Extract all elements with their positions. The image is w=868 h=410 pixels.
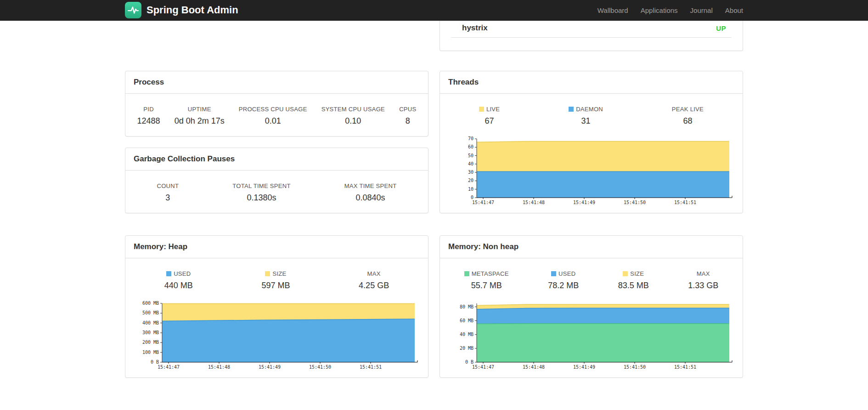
svg-text:15:41:48: 15:41:48 (523, 200, 545, 205)
memory-heap-panel: Memory: Heap USED 440 MB SIZE (125, 235, 428, 378)
process-panel-title: Process (125, 71, 428, 94)
heap-legend: USED 440 MB SIZE 597 MB MAX 4.25 GB (125, 258, 428, 301)
svg-text:600 MB: 600 MB (142, 301, 159, 306)
daemon-swatch-icon (569, 107, 574, 112)
legend-heap-max-label: MAX (367, 270, 381, 277)
legend-nonheap-size-label: SIZE (630, 270, 644, 277)
svg-text:70: 70 (468, 136, 473, 141)
legend-nonheap-max: MAX 1.33 GB (688, 270, 718, 290)
svg-text:15:41:47: 15:41:47 (472, 364, 494, 370)
threads-panel-title: Threads (440, 71, 743, 94)
gc-panel: Garbage Collection Pauses COUNT 3 TOTAL … (125, 148, 428, 213)
svg-text:20 MB: 20 MB (460, 346, 473, 351)
nav-item-applications[interactable]: Applications (641, 6, 678, 14)
legend-peak-live-value: 68 (672, 116, 704, 126)
memory-nonheap-chart: 0 B20 MB40 MB60 MB80 MB15:41:4715:41:481… (440, 301, 743, 370)
legend-heap-size-label: SIZE (272, 270, 286, 277)
svg-text:15:41:49: 15:41:49 (259, 364, 281, 370)
svg-text:15:41:49: 15:41:49 (573, 200, 595, 205)
brand-link[interactable]: Spring Boot Admin (125, 2, 238, 18)
legend-heap-max: MAX 4.25 GB (359, 270, 389, 290)
legend-daemon: DAEMON 31 (569, 106, 603, 126)
status-badge: UP (716, 24, 726, 32)
stat-cpus-value: 8 (399, 116, 416, 126)
process-stats: PID 12488 UPTIME 0d 0h 2m 17s PROCESS CP… (125, 94, 428, 136)
nonheap-used-swatch-icon (551, 271, 556, 276)
stat-gc-total-value: 0.1380s (232, 193, 290, 203)
svg-text:15:41:51: 15:41:51 (674, 200, 696, 205)
svg-text:100 MB: 100 MB (142, 350, 159, 355)
legend-live-value: 67 (479, 116, 500, 126)
gc-panel-title: Garbage Collection Pauses (125, 148, 428, 171)
stat-process-cpu-value: 0.01 (239, 116, 307, 126)
svg-text:30: 30 (468, 170, 473, 175)
svg-text:15:41:47: 15:41:47 (472, 200, 494, 205)
legend-nonheap-size-value: 83.5 MB (618, 281, 649, 290)
svg-text:300 MB: 300 MB (142, 330, 159, 335)
legend-nonheap-used-value: 78.2 MB (548, 281, 579, 290)
svg-text:60 MB: 60 MB (460, 318, 473, 323)
stat-pid-value: 12488 (137, 116, 160, 126)
stat-gc-count-value: 3 (157, 193, 179, 203)
svg-text:60: 60 (468, 144, 473, 149)
stat-cpus-label: CPUS (399, 106, 416, 113)
svg-text:15:41:50: 15:41:50 (309, 364, 331, 370)
stat-gc-max-label: MAX TIME SPENT (344, 182, 397, 189)
svg-text:40 MB: 40 MB (460, 332, 473, 337)
live-swatch-icon (479, 107, 484, 112)
legend-metaspace-value: 55.7 MB (464, 281, 509, 290)
stat-gc-total: TOTAL TIME SPENT 0.1380s (232, 182, 290, 203)
svg-text:80 MB: 80 MB (460, 304, 473, 309)
legend-heap-used-value: 440 MB (164, 281, 193, 290)
stat-pid-label: PID (143, 106, 154, 113)
stat-uptime-value: 0d 0h 2m 17s (175, 116, 225, 126)
memory-heap-panel-title: Memory: Heap (125, 236, 428, 258)
stat-gc-max: MAX TIME SPENT 0.0840s (344, 182, 397, 203)
stat-system-cpu-value: 0.10 (321, 116, 385, 126)
stat-gc-max-value: 0.0840s (344, 193, 397, 203)
memory-nonheap-panel-title: Memory: Non heap (440, 236, 743, 258)
stat-gc-count-label: COUNT (157, 182, 179, 189)
svg-text:15:41:50: 15:41:50 (624, 364, 646, 370)
legend-nonheap-max-value: 1.33 GB (688, 281, 718, 290)
main-nav: Wallboard Applications Journal About (597, 6, 743, 14)
legend-nonheap-size: SIZE 83.5 MB (618, 270, 649, 290)
stat-system-cpu-label: SYSTEM CPU USAGE (321, 106, 385, 113)
svg-text:0 B: 0 B (151, 359, 159, 364)
stat-system-cpu: SYSTEM CPU USAGE 0.10 (321, 106, 385, 126)
svg-text:15:41:51: 15:41:51 (360, 364, 382, 370)
nav-item-journal[interactable]: Journal (690, 6, 713, 14)
heap-used-swatch-icon (166, 271, 171, 276)
left-column-spacer (125, 21, 428, 51)
nonheap-legend: METASPACE 55.7 MB USED 78.2 MB (440, 258, 743, 301)
legend-daemon-value: 31 (569, 116, 603, 126)
application-row-hystrix[interactable]: hystrix UP (451, 21, 732, 38)
svg-text:15:41:49: 15:41:49 (573, 364, 595, 370)
threads-chart: 01020304050607015:41:4715:41:4815:41:491… (440, 136, 743, 206)
svg-text:10: 10 (468, 187, 473, 192)
gc-stats: COUNT 3 TOTAL TIME SPENT 0.1380s MAX TIM… (125, 171, 428, 213)
application-list-panel: hystrix UP (440, 21, 743, 51)
legend-nonheap-used-label: USED (558, 270, 575, 277)
legend-metaspace: METASPACE 55.7 MB (464, 270, 509, 290)
application-name[interactable]: hystrix (462, 23, 488, 33)
legend-live: LIVE 67 (479, 106, 500, 126)
memory-heap-chart: 0 B100 MB200 MB300 MB400 MB500 MB600 MB1… (125, 301, 428, 370)
nav-item-about[interactable]: About (725, 6, 743, 14)
svg-text:400 MB: 400 MB (142, 320, 159, 325)
svg-text:15:41:48: 15:41:48 (523, 364, 545, 370)
stat-pid: PID 12488 (137, 106, 160, 126)
svg-text:40: 40 (468, 161, 473, 166)
legend-live-label: LIVE (486, 106, 500, 113)
nav-item-wallboard[interactable]: Wallboard (597, 6, 628, 14)
legend-nonheap-max-label: MAX (697, 270, 710, 277)
stat-cpus: CPUS 8 (399, 106, 416, 126)
brand-title: Spring Boot Admin (147, 4, 238, 16)
navbar: Spring Boot Admin Wallboard Applications… (0, 0, 868, 21)
legend-peak-live-label: PEAK LIVE (672, 106, 704, 113)
svg-text:500 MB: 500 MB (142, 310, 159, 315)
pulse-logo-icon (125, 2, 141, 18)
stat-process-cpu: PROCESS CPU USAGE 0.01 (239, 106, 307, 126)
legend-heap-used: USED 440 MB (164, 270, 193, 290)
threads-panel: Threads LIVE 67 DAEMON 3 (440, 71, 743, 213)
